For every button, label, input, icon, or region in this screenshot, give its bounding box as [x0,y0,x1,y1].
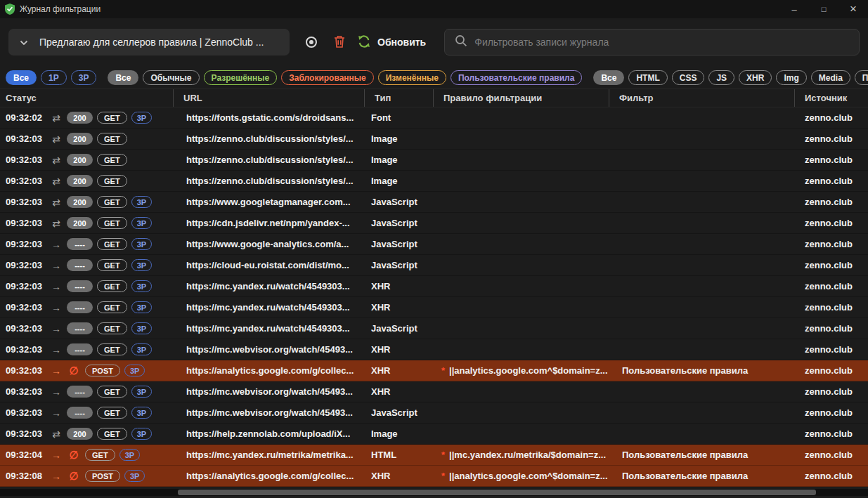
status-cell: 09:32:03→----GET3P [0,280,174,292]
log-row[interactable]: 09:32:03⇄200GET3Phttps://help.zennolab.c… [0,424,868,445]
request-time: 09:32:03 [6,428,46,439]
column-header-status[interactable]: Статус [0,89,174,107]
log-row[interactable]: 09:32:03⇄200GEThttps://zenno.club/discus… [0,129,868,150]
maximize-button[interactable]: □ [809,0,838,18]
chip-status-0[interactable]: Все [108,70,138,85]
chip-party-0[interactable]: Все [6,70,37,85]
log-row[interactable]: 09:32:03→----GET3Phttps://mc.yandex.ru/w… [0,318,868,339]
chip-type-1[interactable]: HTML [628,70,667,85]
status-cell: 09:32:04→∅GET3P [0,449,174,461]
request-url: https://cdn.jsdelivr.net/npm/yandex-... [174,218,365,228]
direction-arrow-icon: → [50,386,63,398]
request-url: https://mc.yandex.ru/watch/4549303... [174,302,365,313]
horizontal-scrollbar[interactable] [0,489,868,496]
chip-status-1[interactable]: Обычные [143,70,199,85]
record-button[interactable] [301,29,322,55]
request-source: zenno.club [795,386,868,397]
filter-rule: *||mc.yandex.ru/metrika/$domain=z... [434,450,609,460]
direction-arrow-icon: ⇄ [50,428,63,440]
search-input[interactable] [474,37,849,48]
status-cell: 09:32:03→----GET3P [0,259,174,271]
status-code-badge: ---- [67,238,93,250]
log-row[interactable]: 09:32:02⇄200GET3Phttps://fonts.gstatic.c… [0,107,868,129]
request-url: https://mc.webvisor.org/watch/45493... [174,386,365,397]
log-row[interactable]: 09:32:03→----GET3Phttps://cloud-eu.roist… [0,255,868,276]
log-row[interactable]: 09:32:03→----GET3Phttps://mc.webvisor.or… [0,339,868,360]
chip-type-3[interactable]: JS [708,70,734,85]
status-cell: 09:32:02⇄200GET3P [0,112,174,124]
request-time: 09:32:03 [6,302,46,313]
third-party-badge: 3P [131,428,152,440]
log-row[interactable]: 09:32:03→----GET3Phttps://mc.yandex.ru/w… [0,276,868,297]
status-cell: 09:32:03→----GET3P [0,301,174,313]
request-source: zenno.club [795,239,868,249]
log-row[interactable]: 09:32:03⇄200GET3Phttps://cdn.jsdelivr.ne… [0,213,868,234]
request-source: zenno.club [795,365,868,376]
chip-type-2[interactable]: CSS [672,70,705,85]
request-time: 09:32:03 [6,239,46,249]
log-row[interactable]: 09:32:03→----GET3Phttps://www.google-ana… [0,234,868,255]
blocked-icon: ∅ [67,449,81,461]
filter-name: Пользовательские правила [609,471,795,481]
column-header-rule[interactable]: Правило фильтрации [434,89,609,107]
log-row[interactable]: 09:32:03⇄200GET3Phttps://www.googletagma… [0,192,868,213]
request-url: https://analytics.google.com/g/collec... [174,471,365,481]
chip-status-3[interactable]: Заблокированные [281,70,373,85]
chip-type-0[interactable]: Все [593,70,624,85]
method-badge: GET [97,259,127,271]
rule-list-value: Предлагаю для селлеров правила | ZennoCl… [39,37,264,48]
window-controls: – □ × [779,0,868,18]
status-cell: 09:32:03⇄200GET [0,133,174,145]
column-header-filter[interactable]: Фильтр [609,89,795,107]
status-cell: 09:32:03⇄200GET3P [0,217,174,229]
chip-party-1[interactable]: 1P [41,70,67,85]
method-badge: GET [97,196,127,208]
chip-type-5[interactable]: Img [776,70,806,85]
refresh-button[interactable]: Обновить [357,34,426,51]
rule-list-dropdown[interactable]: Предлагаю для селлеров правила | ZennoCl… [8,29,290,55]
search-box [444,29,860,55]
status-code-badge: ---- [67,280,93,292]
log-row[interactable]: 09:32:03→----GET3Phttps://mc.webvisor.or… [0,402,868,424]
chip-party-2[interactable]: 3P [71,70,97,85]
log-row[interactable]: 09:32:03⇄200GEThttps://zenno.club/discus… [0,150,868,171]
chip-status-5[interactable]: Пользовательские правила [451,70,582,85]
status-cell: 09:32:03→----GET3P [0,238,174,250]
chip-type-7[interactable]: Прочее [855,70,868,85]
status-code-badge: 200 [67,112,93,124]
method-badge: GET [97,386,127,398]
log-row[interactable]: 09:32:03→----GET3Phttps://mc.yandex.ru/w… [0,297,868,318]
log-row[interactable]: 09:32:08→∅POST3Phttps://analytics.google… [0,466,868,487]
minimize-button[interactable]: – [779,0,809,18]
log-row[interactable]: 09:32:03→∅POST3Phttps://analytics.google… [0,360,868,381]
scrollbar-thumb[interactable] [178,490,816,495]
log-row[interactable]: 09:32:03→----GET3Phttps://mc.webvisor.or… [0,381,868,402]
request-source: zenno.club [795,112,868,123]
column-header-url[interactable]: URL [174,89,365,107]
request-url: https://www.googletagmanager.com... [174,197,365,207]
chip-type-6[interactable]: Media [811,70,850,85]
request-type: XHR [365,281,434,291]
column-header-source[interactable]: Источник [795,89,868,107]
status-cell: 09:32:03→----GET3P [0,407,174,419]
log-row[interactable]: 09:32:03⇄200GEThttps://zenno.club/discus… [0,171,868,192]
status-cell: 09:32:03⇄200GET3P [0,196,174,208]
direction-arrow-icon: → [50,239,63,250]
chip-group-party: Все1P3P [6,70,96,85]
close-button[interactable]: × [838,0,868,18]
request-source: zenno.club [795,323,868,334]
status-code-badge: 200 [67,175,93,187]
status-code-badge: ---- [67,322,93,334]
request-type: Image [365,155,434,165]
chip-status-4[interactable]: Изменённые [378,70,446,85]
chip-status-2[interactable]: Разрешённые [204,70,278,85]
status-cell: 09:32:08→∅POST3P [0,470,174,483]
search-icon [455,34,467,50]
request-source: zenno.club [795,260,868,270]
log-row[interactable]: 09:32:04→∅GET3Phttps://mc.yandex.ru/metr… [0,445,868,466]
clear-log-button[interactable] [329,29,350,55]
chip-type-4[interactable]: XHR [739,70,772,85]
method-badge: POST [85,365,120,376]
column-header-type[interactable]: Тип [365,89,434,107]
request-type: Image [365,428,434,439]
